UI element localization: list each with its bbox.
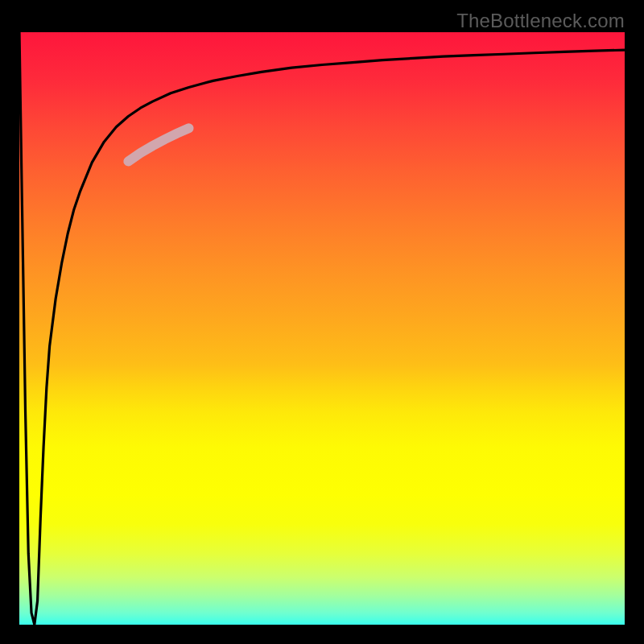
- watermark-label: TheBottleneck.com: [456, 10, 625, 32]
- plot-area: [19, 32, 625, 625]
- curve-layer: [19, 32, 625, 625]
- highlight-segment: [128, 128, 188, 161]
- chart-frame: TheBottleneck.com: [0, 0, 644, 644]
- bottleneck-curve: [19, 32, 625, 625]
